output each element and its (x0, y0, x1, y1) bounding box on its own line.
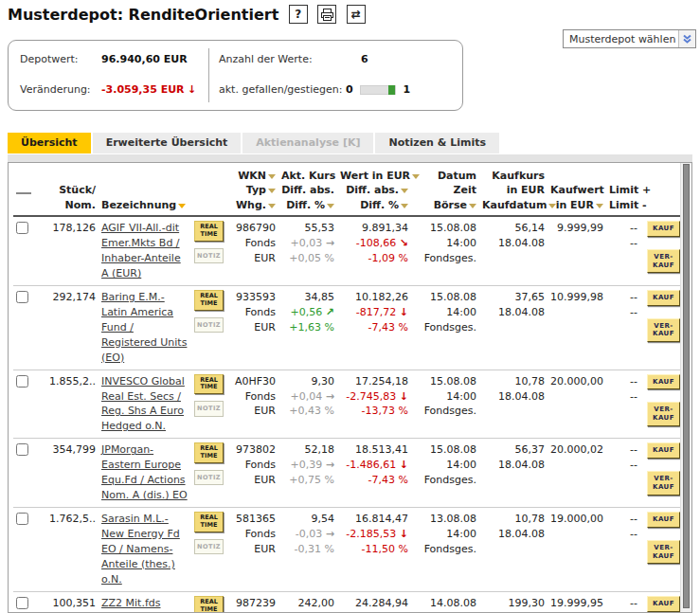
table-row: 100,351 ZZ2 Mit.fds i.fest.u.var.ve.WP /… (13, 591, 680, 613)
sort-arrow-icon[interactable] (401, 189, 408, 193)
verkauf-button[interactable]: VER-KAUF (647, 402, 680, 426)
typ-value: Fonds (228, 527, 276, 542)
row-checkbox[interactable] (16, 513, 28, 525)
tab-uebersicht[interactable]: Übersicht (8, 133, 91, 153)
vertical-scrollbar[interactable] (680, 163, 691, 612)
sort-arrow-icon[interactable] (412, 174, 420, 179)
notiz-badge[interactable]: NOTIZ (194, 317, 224, 333)
notiz-badge[interactable]: NOTIZ (194, 470, 224, 485)
kurs-value: 9,54 (281, 512, 334, 527)
typ-value: Fonds (228, 236, 276, 251)
sort-arrow-icon[interactable] (268, 189, 276, 193)
datum-value: 15.08.08 (414, 374, 476, 389)
kauf-button[interactable]: KAUF (647, 596, 680, 612)
sort-arrow-icon[interactable] (596, 204, 603, 208)
wert-diff-pct: -1,09 % (340, 251, 408, 266)
help-icon: ? (295, 8, 301, 21)
zeit-value: 14:00 (414, 305, 476, 320)
row-checkbox[interactable] (16, 443, 28, 456)
notiz-badge[interactable]: NOTIZ (194, 248, 224, 263)
limit-plus: -- (609, 221, 637, 236)
kauf-button[interactable]: KAUF (647, 374, 680, 390)
wert-diff: -108,66 (356, 237, 396, 249)
kurs-diff: +0,03 (291, 237, 323, 249)
position-name-link[interactable]: AGIF VII-All.-dit Emer.Mkts Bd / Inhaber… (101, 222, 181, 279)
musterdepot-page: Musterdepot: RenditeOrientiert ? ⇄ Muste… (0, 0, 700, 613)
trend-arrow-icon: ↗ (326, 306, 334, 318)
table-row: 292,174 Baring E.M.-Latin America Fund /… (13, 285, 680, 370)
fallen-count: 0 (346, 83, 353, 96)
wert-value: 10.182,26 (340, 290, 408, 305)
depot-select-button[interactable] (678, 30, 695, 47)
kaufkurs-value: 10,78 (482, 374, 545, 389)
depot-select[interactable]: Musterdepot wählen (563, 29, 696, 48)
realtime-badge[interactable]: REALTIME (194, 512, 224, 532)
wert-value: 16.814,47 (340, 512, 408, 527)
table-header-row: Stück/ Nom. Bezeichnung WKN Typ Whg. (13, 167, 680, 216)
sort-arrow-icon[interactable] (327, 204, 334, 208)
sort-arrow-icon[interactable] (401, 204, 408, 208)
header-kurs: Akt. Kurs Diff. abs. Diff. % (278, 167, 337, 216)
datum-value: 15.08.08 (414, 290, 476, 305)
sort-arrow-icon[interactable] (469, 204, 476, 208)
down-arrow-icon: ↓ (188, 83, 196, 96)
kurs-value: 52,18 (281, 442, 334, 458)
kauf-button[interactable]: KAUF (647, 221, 680, 237)
realtime-badge[interactable]: REALTIME (194, 442, 224, 463)
scrollbar-thumb[interactable] (683, 164, 690, 608)
kaufdatum-value: 18.04.08 (482, 389, 545, 405)
row-checkbox[interactable] (16, 597, 28, 609)
position-name-link[interactable]: ZZ2 Mit.fds i.fest.u.var.ve.WP / Inh.-An… (101, 597, 192, 613)
realtime-badge[interactable]: REALTIME (194, 290, 224, 311)
position-name-link[interactable]: Sarasin M.L.-New Energy Fd EO / Namens- … (101, 513, 180, 586)
sort-arrow-icon[interactable] (268, 174, 276, 179)
row-checkbox[interactable] (16, 222, 28, 234)
realtime-badge[interactable]: REALTIME (194, 374, 224, 395)
notiz-badge[interactable]: NOTIZ (194, 539, 224, 554)
position-amount: 354,799 (40, 439, 99, 508)
print-button[interactable] (317, 5, 336, 24)
position-name-link[interactable]: JPMorgan-Eastern Europe Equ.Fd / Actions… (101, 443, 188, 501)
realtime-badge[interactable]: REALTIME (194, 221, 224, 242)
position-amount: 100,351 (40, 591, 99, 613)
kurs-diff-pct: +0,43 % (281, 404, 334, 419)
kaufwert-value: 20.000,02 (547, 439, 606, 508)
kauf-button[interactable]: KAUF (647, 290, 680, 306)
sort-arrow-icon[interactable] (178, 204, 186, 208)
kauf-button[interactable]: KAUF (647, 512, 680, 528)
position-name-link[interactable]: INVESCO Global Real Est. Secs / Reg. Shs… (101, 375, 185, 433)
refresh-button[interactable]: ⇄ (347, 5, 366, 24)
verkauf-button[interactable]: VER-KAUF (647, 318, 680, 343)
portfolio-table: Stück/ Nom. Bezeichnung WKN Typ Whg. (13, 167, 680, 613)
verkauf-button[interactable]: VER-KAUF (647, 249, 680, 274)
sort-arrow-icon[interactable] (268, 204, 276, 208)
limit-minus: -- (609, 458, 637, 473)
position-name-link[interactable]: Baring E.M.-Latin America Fund / Registe… (101, 291, 187, 364)
row-checkbox[interactable] (16, 375, 28, 388)
verkauf-button[interactable]: VER-KAUF (647, 471, 680, 496)
tab-notizen-limits[interactable]: Notizen & Limits (375, 133, 499, 153)
row-checkbox[interactable] (16, 291, 28, 303)
table-row: 1.762,5.. Sarasin M.L.-New Energy Fd EO … (13, 508, 680, 592)
wert-diff-pct: -13,73 % (340, 404, 408, 419)
anzahl-label: Anzahl der Werte: (219, 53, 313, 65)
help-button[interactable]: ? (289, 5, 308, 24)
kaufdatum-value: 18.04.08 (482, 458, 545, 473)
realtime-badge[interactable]: REALTIME (194, 596, 224, 613)
wert-diff-pct: -7,43 % (340, 320, 408, 335)
kauf-button[interactable]: KAUF (647, 442, 680, 459)
tab-erweiterte-uebersicht[interactable]: Erweiterte Übersicht (93, 133, 242, 153)
whg-value: EUR (228, 542, 276, 557)
typ-value: Fonds (228, 305, 276, 320)
select-all-dash (16, 192, 31, 194)
wert-diff: -1.486,61 (346, 459, 396, 471)
notiz-badge[interactable]: NOTIZ (194, 401, 224, 416)
header-kaufwert: Kaufwert in EUR (547, 167, 606, 216)
boerse-value: Fondsges. (414, 404, 476, 419)
kaufwert-value: 9.999,99 (547, 216, 606, 285)
limit-minus: -- (609, 305, 637, 320)
header-bezeichnung: Bezeichnung (99, 167, 191, 216)
header-limit: Limit + Limit - (606, 167, 640, 216)
wert-diff: -2.745,83 (346, 390, 396, 403)
verkauf-button[interactable]: VER-KAUF (647, 540, 680, 565)
